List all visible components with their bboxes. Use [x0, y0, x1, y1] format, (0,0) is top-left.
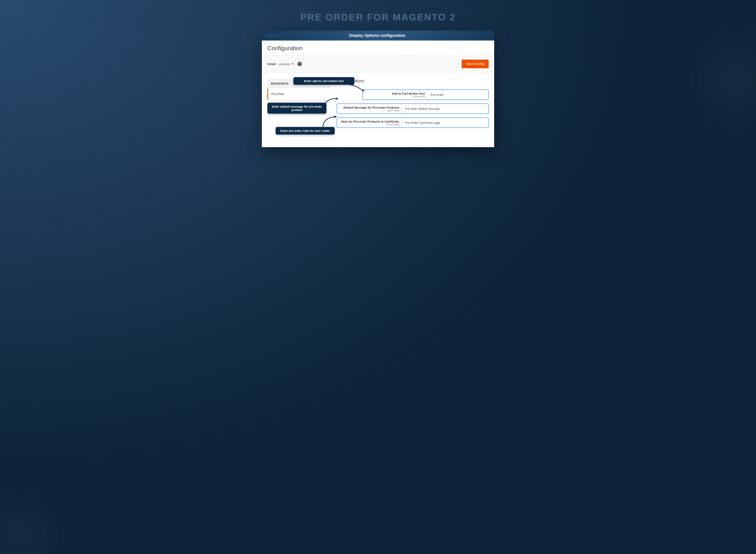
field-cart-note: Note for Pre-order Products in Cart/Orde…: [337, 117, 489, 128]
field-label: Note for Pre-order Products in Cart/Orde…: [341, 120, 399, 123]
window-titlebar: Display Options configuration: [262, 31, 494, 41]
caret-down-icon: [292, 63, 294, 64]
config-toolbar: Scope: preorder ? Save Config: [262, 55, 494, 73]
window-title: Display Options configuration: [264, 33, 490, 38]
arrow-icon: [348, 84, 368, 95]
scope-select[interactable]: preorder: [280, 62, 294, 66]
sidebar-item-preorder[interactable]: Pre-Order: [267, 88, 331, 100]
default-message-input[interactable]: [402, 104, 488, 113]
callout-default-message: Enter default message for pre-order prod…: [267, 103, 326, 114]
field-label: Default Message for Pre-order Products: [344, 106, 399, 109]
hero-title: PRE ORDER FOR MAGENTO 2: [4, 12, 752, 22]
callout-add-to-cart: Enter add to cart button text: [293, 77, 354, 85]
help-icon[interactable]: ?: [298, 62, 302, 66]
field-label: Add to Cart Button Text: [392, 92, 425, 95]
page-title: Configuration: [262, 41, 494, 55]
scope-value: preorder: [280, 62, 291, 66]
field-scope: [store view]: [387, 123, 399, 126]
scope-label: Scope:: [267, 62, 276, 65]
add-to-cart-text-input[interactable]: [427, 90, 488, 100]
cart-note-input[interactable]: [402, 118, 488, 127]
field-scope: [store view]: [413, 95, 425, 98]
field-add-to-cart-text: Add to Cart Button Text [store view]: [362, 90, 489, 100]
browser-window: Display Options configuration Configurat…: [262, 31, 494, 147]
section-heading: Display Options: [337, 79, 489, 83]
save-config-button[interactable]: Save Config: [462, 60, 489, 68]
field-scope: [store view]: [387, 109, 399, 112]
sidebar-section-label: MAGEANTS: [271, 82, 289, 85]
callout-cart-note: Enter pre-order note for cart / order: [275, 127, 335, 134]
field-default-message: Default Message for Pre-order Products […: [337, 104, 489, 114]
